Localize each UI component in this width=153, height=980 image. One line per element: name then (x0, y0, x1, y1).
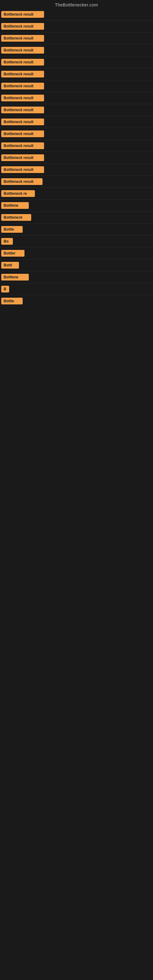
bottleneck-result-badge[interactable]: Bottl (1, 262, 19, 269)
bottleneck-result-badge[interactable]: Bottler (1, 250, 24, 257)
badge-container: Bottleneck result (1, 23, 152, 30)
badge-container: Bottleneck result (1, 107, 152, 113)
result-row: Bottleneck result (0, 152, 153, 164)
result-row: Bottleneck result (0, 68, 153, 80)
result-row: Bottlene (0, 200, 153, 212)
badge-container: Bottleneck (1, 214, 152, 221)
results-list: Bottleneck resultBottleneck resultBottle… (0, 9, 153, 307)
result-row: Bottleneck result (0, 92, 153, 104)
badge-container: Bottleneck result (1, 178, 152, 185)
result-row: Bottleneck result (0, 116, 153, 128)
badge-container: Bottleneck result (1, 154, 152, 161)
badge-container: Bottler (1, 250, 152, 257)
bottleneck-result-badge[interactable]: Bottleneck result (1, 178, 43, 185)
bottleneck-result-badge[interactable]: Bottleneck result (1, 23, 44, 30)
page-wrapper: TheBottlenecker.com Bottleneck resultBot… (0, 0, 153, 307)
badge-container: Bottlene (1, 202, 152, 209)
bottleneck-result-badge[interactable]: B (1, 286, 9, 293)
bottleneck-result-badge[interactable]: Bottleneck result (1, 71, 44, 78)
badge-container: Bottleneck result (1, 166, 152, 173)
bottleneck-result-badge[interactable]: Bottleneck result (1, 119, 44, 125)
bottleneck-result-badge[interactable]: Bottleneck result (1, 130, 44, 137)
badge-container: Bottleneck result (1, 11, 152, 18)
badge-container: Bottleneck result (1, 47, 152, 54)
badge-container: Bo (1, 238, 152, 245)
bottleneck-result-badge[interactable]: Bottleneck result (1, 154, 44, 161)
bottleneck-result-badge[interactable]: Bottleneck result (1, 166, 44, 173)
result-row: Bottler (0, 247, 153, 259)
bottleneck-result-badge[interactable]: Bottleneck result (1, 142, 44, 149)
result-row: Bottleneck result (0, 164, 153, 176)
badge-container: Bottle (1, 298, 152, 304)
result-row: Bottleneck result (0, 9, 153, 21)
result-row: Bottle (0, 224, 153, 235)
bottleneck-result-badge[interactable]: Bottlene (1, 202, 29, 209)
bottleneck-result-badge[interactable]: Bo (1, 238, 13, 245)
badge-container: Bottleneck re (1, 190, 152, 197)
bottleneck-result-badge[interactable]: Bottleneck (1, 214, 31, 221)
result-row: Bottleneck result (0, 140, 153, 152)
bottleneck-result-badge[interactable]: Bottle (1, 226, 22, 233)
badge-container: Bottle (1, 226, 152, 233)
result-row: Bottle (0, 295, 153, 307)
badge-container: Bottleneck result (1, 95, 152, 101)
bottleneck-result-badge[interactable]: Bottleneck result (1, 107, 44, 113)
bottleneck-result-badge[interactable]: Bottlene (1, 274, 29, 280)
result-row: Bottlene (0, 271, 153, 283)
result-row: Bottleneck result (0, 128, 153, 140)
badge-container: Bottleneck result (1, 130, 152, 137)
result-row: Bottleneck result (0, 80, 153, 92)
site-title: TheBottlenecker.com (0, 0, 153, 9)
badge-container: Bottl (1, 262, 152, 269)
bottleneck-result-badge[interactable]: Bottleneck result (1, 59, 44, 65)
result-row: Bottleneck result (0, 32, 153, 45)
bottleneck-result-badge[interactable]: Bottleneck result (1, 47, 44, 54)
result-row: Bottleneck result (0, 21, 153, 32)
badge-container: Bottleneck result (1, 83, 152, 89)
bottleneck-result-badge[interactable]: Bottleneck re (1, 190, 35, 197)
bottleneck-result-badge[interactable]: Bottle (1, 298, 22, 304)
result-row: Bottleneck result (0, 56, 153, 68)
result-row: Bottleneck re (0, 188, 153, 200)
badge-container: Bottleneck result (1, 142, 152, 149)
bottleneck-result-badge[interactable]: Bottleneck result (1, 95, 44, 101)
badge-container: Bottleneck result (1, 59, 152, 65)
bottleneck-result-badge[interactable]: Bottleneck result (1, 11, 44, 18)
badge-container: Bottleneck result (1, 35, 152, 41)
result-row: Bottleneck result (0, 45, 153, 56)
result-row: B (0, 283, 153, 295)
badge-container: B (1, 286, 152, 293)
bottleneck-result-badge[interactable]: Bottleneck result (1, 35, 44, 41)
result-row: Bottleneck result (0, 176, 153, 188)
badge-container: Bottleneck result (1, 71, 152, 78)
badge-container: Bottleneck result (1, 119, 152, 125)
result-row: Bo (0, 235, 153, 247)
result-row: Bottl (0, 259, 153, 271)
result-row: Bottleneck result (0, 104, 153, 116)
bottleneck-result-badge[interactable]: Bottleneck result (1, 83, 44, 89)
badge-container: Bottlene (1, 274, 152, 280)
result-row: Bottleneck (0, 212, 153, 224)
